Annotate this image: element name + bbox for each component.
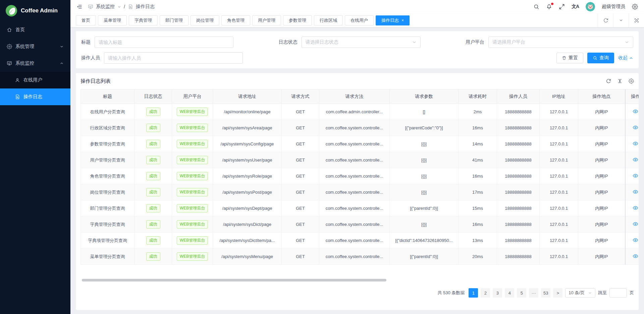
view-detail-icon[interactable] [633, 253, 638, 259]
tab-9[interactable]: 在线用户 [345, 15, 374, 25]
page-button-2[interactable]: 2 [481, 288, 490, 298]
cell-method: GET [282, 233, 319, 249]
cell-platform: WEB管理后台 [172, 152, 213, 168]
horizontal-scrollbar-thumb[interactable] [82, 279, 386, 281]
current-user-name[interactable]: 超级管理员 [602, 4, 625, 10]
settings-gear-icon[interactable] [632, 4, 638, 10]
view-detail-icon[interactable] [633, 173, 638, 179]
jump-page-input[interactable] [609, 288, 627, 298]
tab-4[interactable]: 岗位管理 [191, 15, 219, 25]
breadcrumb-section[interactable]: 系统监控 [96, 4, 115, 10]
table-row: 岗位管理分页查询成功WEB管理后台/api/system/sysPost/pag… [81, 184, 639, 200]
view-detail-icon[interactable] [633, 189, 638, 195]
monitor-icon [7, 61, 12, 66]
sidebar-item-online-users[interactable]: 在线用户 [0, 72, 70, 88]
column-header: 请求方式 [282, 89, 319, 104]
cell-platform: WEB管理后台 [172, 249, 213, 265]
cell-status: 成功 [135, 233, 172, 249]
cell-ip: 127.0.0.1 [540, 184, 578, 200]
user-platform-select[interactable]: 请选择用户平台 [488, 37, 633, 48]
tab-label: 菜单管理 [104, 17, 121, 23]
page-button-4[interactable]: 4 [505, 288, 514, 298]
view-detail-icon[interactable] [633, 125, 638, 130]
tab-active[interactable]: 操作日志× [376, 15, 410, 25]
tab-label: 行政区域 [320, 17, 337, 23]
cell-location: 内网IP [578, 152, 625, 168]
cell-params: [{"parentId":0}] [390, 200, 459, 216]
view-detail-icon[interactable] [633, 109, 638, 114]
sidebar-item-label: 在线用户 [23, 77, 42, 83]
sidebar-item-home[interactable]: 首页 [0, 21, 70, 38]
tab-1[interactable]: 菜单管理 [98, 15, 127, 25]
status-badge: 成功 [146, 124, 160, 132]
tab-7[interactable]: 参数管理 [283, 15, 312, 25]
refresh-tab-button[interactable] [598, 13, 613, 27]
view-detail-icon[interactable] [633, 141, 638, 146]
cell-status: 成功 [135, 249, 172, 265]
page-size-select[interactable]: 10 条/页 [565, 288, 595, 298]
cell-url: /api/system/sysConfig/page [213, 136, 282, 152]
avatar[interactable] [586, 2, 595, 11]
cell-params: [{"parentId":0}] [390, 249, 459, 265]
cell-action [625, 184, 639, 200]
column-settings-icon[interactable] [629, 78, 634, 84]
reset-button[interactable]: 重置 [556, 53, 583, 63]
next-page-button[interactable]: > [553, 288, 562, 298]
fullscreen-icon[interactable] [559, 4, 565, 10]
operator-input[interactable] [108, 55, 239, 61]
sidebar-item-system-management[interactable]: 系统管理 [0, 38, 70, 55]
view-detail-icon[interactable] [633, 157, 638, 163]
search-icon[interactable] [533, 4, 539, 10]
cell-title: 字典管理分页查询 [81, 216, 135, 233]
table-row: 行政区域分页查询成功WEB管理后台/api/system/sysArea/pag… [81, 120, 639, 136]
cell-handler: com.coffee.system.controlle... [319, 233, 390, 249]
filter-field-title: 标题 [81, 37, 233, 48]
page-button-53[interactable]: 53 [541, 288, 550, 298]
log-status-select[interactable]: 请选择日志状态 [302, 37, 421, 48]
column-header: 请求方法 [319, 89, 390, 104]
cell-method: GET [282, 136, 319, 152]
app-logo[interactable]: Coffee Admin [0, 0, 70, 21]
language-switch-icon[interactable]: 文A [572, 4, 579, 10]
sidebar-item-operation-log[interactable]: 操作日志 [0, 88, 70, 105]
refresh-table-icon[interactable] [606, 78, 611, 84]
cell-status: 成功 [135, 136, 172, 152]
tab-3[interactable]: 部门管理 [160, 15, 189, 25]
view-detail-icon[interactable] [633, 205, 638, 211]
tab-close-icon[interactable]: × [401, 18, 404, 23]
tab-options-button[interactable] [613, 13, 629, 27]
view-detail-icon[interactable] [633, 237, 638, 243]
cell-method: GET [282, 120, 319, 136]
cell-location: 内网IP [578, 104, 625, 120]
tab-5[interactable]: 角色管理 [221, 15, 250, 25]
notifications-button[interactable] [546, 4, 552, 10]
tab-0[interactable]: 首页 [76, 15, 96, 25]
title-input[interactable] [99, 40, 229, 45]
table-row: 角色管理分页查询成功WEB管理后台/api/system/sysRole/pag… [81, 168, 639, 184]
collapse-sidebar-icon[interactable] [76, 4, 83, 10]
cell-params: [{"parentCode":"0"}] [390, 120, 459, 136]
platform-badge: WEB管理后台 [177, 172, 208, 180]
cell-params: [{"dictId":140647326180950... [390, 233, 459, 249]
search-button[interactable]: 查询 [587, 53, 614, 63]
page-ellipsis[interactable]: ··· [529, 288, 538, 298]
cell-location: 内网IP [578, 249, 625, 265]
trash-icon [562, 56, 567, 60]
view-detail-icon[interactable] [633, 221, 638, 227]
page-button-5[interactable]: 5 [517, 288, 526, 298]
sidebar-item-system-monitor[interactable]: 系统监控 [0, 55, 70, 72]
cell-url: /api/system/sysMenu/page [213, 249, 282, 265]
page-button-3[interactable]: 3 [493, 288, 502, 298]
collapse-filters-link[interactable]: 收起 [618, 55, 633, 61]
tab-8[interactable]: 行政区域 [314, 15, 343, 25]
tab-2[interactable]: 字典管理 [129, 15, 158, 25]
tab-6[interactable]: 用户管理 [252, 15, 281, 25]
maximize-content-button[interactable] [629, 13, 644, 27]
page-button-1[interactable]: 1 [469, 288, 478, 298]
avatar-image [586, 2, 595, 11]
chevron-down-icon[interactable] [117, 5, 121, 9]
row-density-icon[interactable] [617, 78, 623, 84]
cell-handler: com.coffee.system.controlle... [319, 136, 390, 152]
cell-duration: 20ms [459, 249, 497, 265]
cell-title: 字典项管理分页查询 [81, 233, 135, 249]
